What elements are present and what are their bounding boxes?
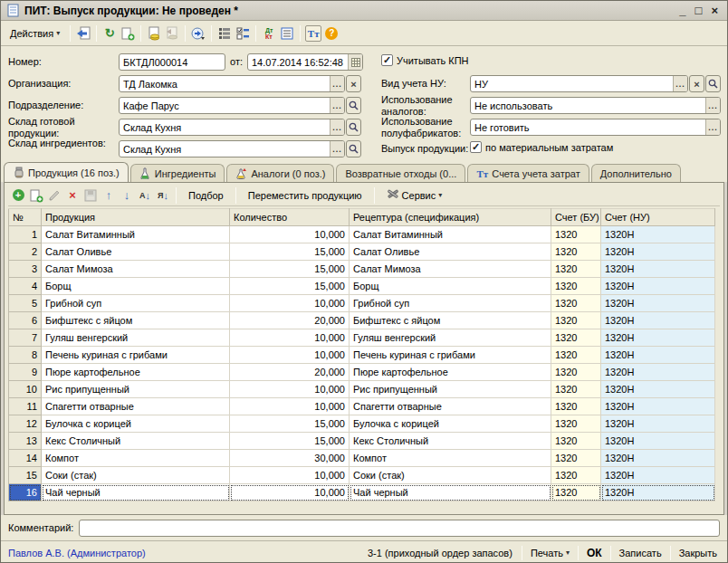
ellipsis-button[interactable]: ... xyxy=(330,76,344,91)
ellipsis-button[interactable]: ... xyxy=(330,119,344,135)
quantity-cell[interactable]: 10,000 xyxy=(230,295,350,312)
quantity-cell[interactable]: 10,000 xyxy=(230,329,350,347)
table-row[interactable]: 8Печень куриная с грибами10,000Печень ку… xyxy=(9,347,715,364)
ok-button[interactable]: ОК xyxy=(584,545,605,561)
post-document-icon[interactable] xyxy=(146,25,162,42)
copy-row-icon[interactable] xyxy=(28,187,44,204)
help-icon[interactable]: ? xyxy=(323,25,340,42)
table-row[interactable]: 1Салат Витаминный10,000Салат Витаминный1… xyxy=(9,226,715,243)
kpn-checkbox[interactable]: ✓ xyxy=(381,54,393,66)
quantity-cell[interactable]: 15,000 xyxy=(230,243,350,261)
account-nu-cell[interactable]: 1320Н xyxy=(601,278,715,295)
quantity-cell[interactable]: 15,000 xyxy=(230,261,350,278)
account-nu-cell[interactable]: 1320Н xyxy=(601,295,715,312)
product-cell[interactable]: Грибной суп xyxy=(42,295,230,312)
product-cell[interactable]: Гуляш венгерский xyxy=(42,329,230,347)
tab-ingredients[interactable]: Ингредиенты xyxy=(130,164,225,182)
report-icon[interactable] xyxy=(279,25,295,42)
go-to-icon[interactable] xyxy=(190,25,206,42)
sort-asc-icon[interactable]: А↓ xyxy=(137,187,153,204)
recipe-cell[interactable]: Салат Оливье xyxy=(350,243,551,261)
row-number-cell[interactable]: 6 xyxy=(9,312,42,329)
table-row[interactable]: 7Гуляш венгерский10,000Гуляш венгерский1… xyxy=(9,329,715,347)
table-row[interactable]: 2Салат Оливье15,000Салат Оливье13201320Н xyxy=(9,243,715,261)
account-bu-cell[interactable]: 1320 xyxy=(551,433,601,450)
maximize-button[interactable]: □ xyxy=(695,5,703,16)
account-nu-cell[interactable]: 1320Н xyxy=(601,381,715,398)
recipe-cell[interactable]: Грибной суп xyxy=(350,295,551,312)
product-cell[interactable]: Пюре картофельное xyxy=(42,364,230,381)
semifinished-field[interactable]: Не готовить ... xyxy=(470,119,721,136)
lookup-button[interactable] xyxy=(346,97,361,114)
recipe-cell[interactable]: Спагетти отварные xyxy=(350,398,551,415)
account-bu-cell[interactable]: 1320 xyxy=(551,329,601,347)
col-header-qty[interactable]: Количество xyxy=(230,209,350,226)
organization-field[interactable]: ТД Лакомка ... × xyxy=(119,75,361,92)
ing-warehouse-field[interactable]: Склад Кухня ... xyxy=(119,140,361,157)
account-bu-cell[interactable]: 1320 xyxy=(551,261,601,278)
delete-row-icon[interactable]: × xyxy=(64,187,81,204)
table-row[interactable]: 14Компот30,000Компот13201320Н xyxy=(9,450,715,467)
account-bu-cell[interactable]: 1320 xyxy=(551,295,601,312)
refresh-icon[interactable]: ↻ xyxy=(101,25,118,42)
title-bar[interactable]: ПИТ: Выпуск продукции: Не проведен * _ □… xyxy=(1,1,727,21)
account-nu-cell[interactable]: 1320Н xyxy=(601,347,715,364)
lookup-button[interactable] xyxy=(705,75,721,92)
row-number-cell[interactable]: 11 xyxy=(9,398,42,415)
clear-button[interactable]: × xyxy=(689,75,704,92)
col-header-account-nu[interactable]: Счет (НУ) xyxy=(601,209,715,226)
account-bu-cell[interactable]: 1320 xyxy=(551,381,601,398)
row-number-cell[interactable]: 8 xyxy=(9,347,42,364)
fg-warehouse-field[interactable]: Склад Кухня ... xyxy=(119,119,361,136)
ellipsis-button[interactable]: ... xyxy=(673,76,687,91)
account-nu-cell[interactable]: 1320Н xyxy=(601,415,715,433)
recipe-cell[interactable]: Пюре картофельное xyxy=(350,364,551,381)
quantity-cell[interactable]: 15,000 xyxy=(230,278,350,295)
tab-cost-accounts[interactable]: Тт Счета учета затрат xyxy=(467,164,589,182)
close-button[interactable]: × xyxy=(711,5,718,16)
account-bu-cell[interactable]: 1320 xyxy=(551,312,601,329)
ellipsis-button[interactable]: ... xyxy=(705,119,720,135)
ellipsis-button[interactable]: ... xyxy=(705,98,720,113)
quantity-cell[interactable]: 10,000 xyxy=(230,226,350,243)
table-row[interactable]: 11Спагетти отварные10,000Спагетти отварн… xyxy=(9,398,715,415)
account-bu-cell[interactable]: 1320 xyxy=(551,347,601,364)
account-bu-cell[interactable]: 1320 xyxy=(551,450,601,467)
table-row[interactable]: 3Салат Мимоза15,000Салат Мимоза13201320Н xyxy=(9,261,715,278)
product-cell[interactable]: Соки (стак) xyxy=(42,467,230,484)
user-link[interactable]: Павлов А.В. (Администратор) xyxy=(8,548,146,558)
col-header-recipe[interactable]: Рецептура (спецификация) xyxy=(350,209,551,226)
row-number-cell[interactable]: 13 xyxy=(9,433,42,450)
account-bu-cell[interactable]: 1320 xyxy=(551,467,601,484)
sort-desc-icon[interactable]: Я↓ xyxy=(155,187,171,204)
move-down-icon[interactable]: ↓ xyxy=(119,187,135,204)
account-nu-cell[interactable]: 1320Н xyxy=(601,243,715,261)
row-number-cell[interactable]: 5 xyxy=(9,295,42,312)
table-row[interactable]: 12Булочка с корицей15,000Булочка с кориц… xyxy=(9,415,715,433)
recipe-cell[interactable]: Салат Мимоза xyxy=(350,261,551,278)
table-row[interactable]: 6Бифштекс с яйцом20,000Бифштекс с яйцом1… xyxy=(9,312,715,329)
tab-analogs[interactable]: Аналоги (0 поз.) xyxy=(226,164,334,182)
account-bu-cell[interactable]: 1320 xyxy=(551,226,601,243)
output-checkbox[interactable]: ✓ xyxy=(470,141,482,153)
table-row[interactable]: 9Пюре картофельное20,000Пюре картофельно… xyxy=(9,364,715,381)
account-nu-cell[interactable]: 1320Н xyxy=(601,312,715,329)
recipe-cell[interactable]: Печень куриная с грибами xyxy=(350,347,551,364)
dt-kt-icon[interactable]: ДтКт xyxy=(261,25,277,42)
product-cell[interactable]: Бифштекс с яйцом xyxy=(42,312,230,329)
reread-document-icon[interactable] xyxy=(75,25,91,42)
minimize-button[interactable]: _ xyxy=(679,5,685,16)
lookup-button[interactable] xyxy=(346,119,361,136)
account-nu-cell[interactable]: 1320Н xyxy=(601,364,715,381)
row-number-cell[interactable]: 9 xyxy=(9,364,42,381)
product-cell[interactable]: Кекс Столичный xyxy=(42,433,230,450)
row-number-cell[interactable]: 1 xyxy=(9,226,42,243)
product-cell[interactable]: Компот xyxy=(42,450,230,467)
row-number-cell[interactable]: 16 xyxy=(9,484,42,501)
table-row[interactable]: 4Борщ15,000Борщ13201320Н xyxy=(9,278,715,295)
unpost-document-icon[interactable] xyxy=(164,25,180,42)
checkbox-list-icon[interactable] xyxy=(235,25,251,42)
recipe-cell[interactable]: Булочка с корицей xyxy=(350,415,551,433)
quantity-cell[interactable]: 20,000 xyxy=(230,312,350,329)
department-field[interactable]: Кафе Парус ... xyxy=(119,97,361,114)
